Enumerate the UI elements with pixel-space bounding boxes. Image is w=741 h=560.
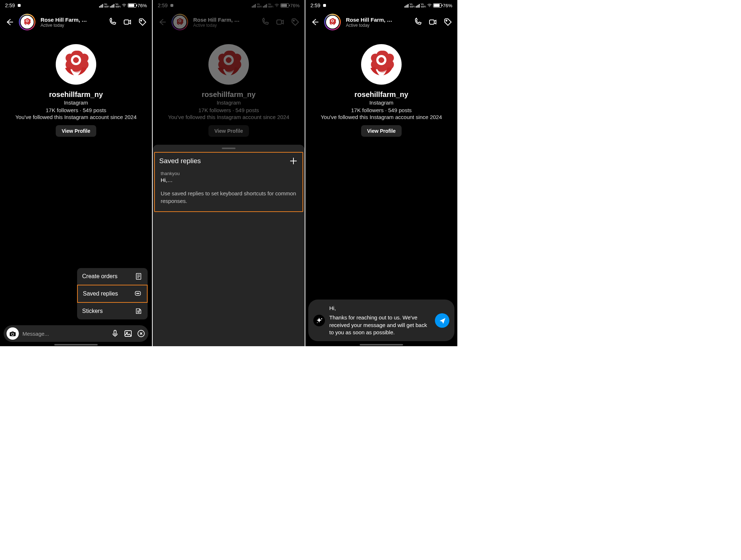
saved-reply-hint: Use saved replies to set keyboard shortc… xyxy=(161,190,298,205)
vowifi-icon: VoWiFi xyxy=(410,3,415,8)
vowifi-icon: VoWiFi xyxy=(268,3,273,8)
ai-sparkle-button[interactable] xyxy=(313,315,325,326)
status-time: 2:59 xyxy=(5,3,15,8)
wifi-icon xyxy=(274,3,279,8)
phone-screenshot-1: 2:59 VoWiFi VoWiFi 76% Rose Hill Farm, …… xyxy=(0,0,152,346)
call-icon xyxy=(261,18,269,26)
close-circle-icon[interactable] xyxy=(137,329,145,338)
signal-icon xyxy=(263,3,267,8)
chat-title: Rose Hill Farm, … xyxy=(41,17,103,23)
popup-item-label: Create orders xyxy=(82,273,118,280)
video-call-icon[interactable] xyxy=(123,18,132,26)
video-call-icon[interactable] xyxy=(428,18,437,26)
popup-item-label: Saved replies xyxy=(83,290,118,297)
signal-icon xyxy=(416,3,420,8)
tag-icon[interactable] xyxy=(444,18,452,26)
chat-subtitle: Active today xyxy=(41,23,103,28)
compose-bubble: Hi, Thanks for reaching out to us. We've… xyxy=(308,300,454,341)
battery-percent: 76% xyxy=(137,3,147,8)
profile-followed-since: You've followed this Instagram account s… xyxy=(153,114,305,120)
status-bar: 2:59 VoWiFi VoWiFi 76% xyxy=(305,0,457,11)
profile-username: rosehillfarm_ny xyxy=(0,90,152,99)
notification-dot-icon xyxy=(170,4,173,7)
receipt-icon xyxy=(135,272,143,280)
back-icon[interactable] xyxy=(5,18,14,26)
popup-stickers[interactable]: Stickers xyxy=(77,303,148,319)
profile-stats: 17K followers · 549 posts xyxy=(0,107,152,113)
sparkle-icon xyxy=(316,317,323,324)
profile-summary: rosehillfarm_ny Instagram 17K followers … xyxy=(153,33,305,137)
tag-icon xyxy=(291,18,300,26)
status-bar: 2:59 VoWiFi VoWiFi 76% xyxy=(0,0,152,11)
chat-bubble-icon xyxy=(134,290,142,298)
profile-username: rosehillfarm_ny xyxy=(153,90,305,99)
chat-subtitle: Active today xyxy=(346,23,408,28)
send-button[interactable] xyxy=(435,313,449,328)
video-call-icon xyxy=(276,18,284,26)
battery-percent: 76% xyxy=(443,3,452,8)
profile-summary: rosehillfarm_ny Instagram 17K followers … xyxy=(305,33,457,137)
back-icon[interactable] xyxy=(310,18,319,26)
chat-subtitle: Active today xyxy=(193,23,255,28)
saved-reply-shortcut[interactable]: thankyou xyxy=(161,171,298,176)
gallery-icon[interactable] xyxy=(124,329,132,338)
profile-platform: Instagram xyxy=(0,99,152,106)
compose-line1: Hi, xyxy=(329,305,431,312)
send-icon xyxy=(439,317,446,324)
battery-percent: 76% xyxy=(290,3,300,8)
message-input[interactable]: Message... xyxy=(22,331,107,337)
wifi-icon xyxy=(122,3,127,8)
profile-stats: 17K followers · 549 posts xyxy=(305,107,457,113)
battery-icon xyxy=(280,3,289,8)
phone-screenshot-3: 2:59 VoWiFi VoWiFi 76% Rose Hill Farm, …… xyxy=(305,0,457,346)
battery-icon xyxy=(128,3,136,8)
signal-icon xyxy=(405,3,408,8)
profile-username: rosehillfarm_ny xyxy=(305,90,457,99)
profile-avatar xyxy=(208,44,249,85)
message-input-bar: Message... xyxy=(4,325,148,342)
camera-button[interactable] xyxy=(7,327,19,340)
vowifi-icon: VoWiFi xyxy=(257,3,262,8)
saved-reply-preview[interactable]: Hi,… xyxy=(161,177,298,183)
battery-icon xyxy=(433,3,442,8)
call-icon[interactable] xyxy=(413,18,422,26)
compose-text[interactable]: Hi, Thanks for reaching out to us. We've… xyxy=(329,305,431,336)
sheet-drag-handle[interactable] xyxy=(222,148,236,149)
add-reply-icon[interactable] xyxy=(289,156,298,166)
sheet-title: Saved replies xyxy=(159,157,201,165)
profile-stats: 17K followers · 549 posts xyxy=(153,107,305,113)
signal-icon xyxy=(99,3,103,8)
signal-icon xyxy=(252,3,256,8)
avatar-story-ring[interactable] xyxy=(19,14,35,30)
home-indicator[interactable] xyxy=(360,344,403,345)
profile-summary: rosehillfarm_ny Instagram 17K followers … xyxy=(0,33,152,137)
mic-icon[interactable] xyxy=(111,329,119,338)
compose-body: Thanks for reaching out to us. We've rec… xyxy=(329,314,431,336)
vowifi-icon: VoWiFi xyxy=(115,3,120,8)
call-icon[interactable] xyxy=(108,18,117,26)
chat-title-block[interactable]: Rose Hill Farm, … Active today xyxy=(41,17,103,28)
attachment-popup: Create orders Saved replies Stickers xyxy=(77,268,148,319)
profile-platform: Instagram xyxy=(153,99,305,106)
signal-icon xyxy=(110,3,114,8)
tag-icon[interactable] xyxy=(138,18,147,26)
view-profile-button[interactable]: View Profile xyxy=(56,125,96,137)
chat-title-block[interactable]: Rose Hill Farm, … Active today xyxy=(346,17,408,28)
popup-create-orders[interactable]: Create orders xyxy=(77,268,148,285)
sticker-icon xyxy=(135,307,143,315)
chat-title: Rose Hill Farm, … xyxy=(193,17,255,23)
notification-dot-icon xyxy=(18,4,21,7)
saved-replies-highlight-box: Saved replies thankyou Hi,… Use saved re… xyxy=(154,152,303,212)
camera-icon xyxy=(9,330,16,337)
notification-dot-icon xyxy=(323,4,326,7)
view-profile-button[interactable]: View Profile xyxy=(361,125,401,137)
home-indicator[interactable] xyxy=(54,344,98,345)
avatar-story-ring[interactable] xyxy=(324,14,341,30)
wifi-icon xyxy=(427,3,432,8)
profile-followed-since: You've followed this Instagram account s… xyxy=(0,114,152,120)
profile-avatar[interactable] xyxy=(56,44,96,85)
profile-avatar[interactable] xyxy=(361,44,402,85)
view-profile-button: View Profile xyxy=(208,125,249,137)
popup-saved-replies[interactable]: Saved replies xyxy=(77,285,148,303)
phone-screenshot-2: 2:59 VoWiFi VoWiFi 76% Rose Hill Farm, …… xyxy=(153,0,305,346)
